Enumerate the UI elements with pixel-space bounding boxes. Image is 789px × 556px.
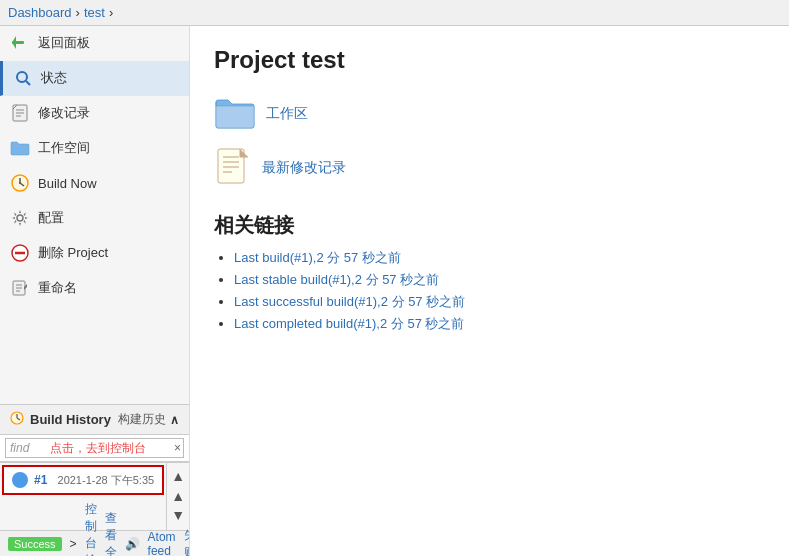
svg-point-2 [17,72,27,82]
content-area: Project test 工作区 [190,26,789,556]
find-clear-button[interactable]: × [174,441,181,455]
related-link-last-build: Last build(#1),2 分 57 秒之前 [234,249,765,267]
related-links-title: 相关链接 [214,212,765,239]
svg-marker-1 [12,36,16,49]
breadcrumb-project[interactable]: test [84,5,105,20]
build-number: #1 [34,473,47,487]
last-completed-link[interactable]: Last completed build(#1),2 分 57 秒之前 [234,316,465,331]
build-time: 2021-1-28 下午5:35 [58,473,155,488]
scroll-up-arrow[interactable]: ▲ [171,467,185,487]
scroll-arrows: ▲ ▲ ▼ [166,463,189,530]
svg-line-3 [26,81,30,85]
svg-point-12 [17,215,23,221]
sidebar-item-back-label: 返回面板 [38,34,90,52]
build-history-collapse-btn[interactable]: ∧ [170,413,179,427]
sidebar-item-rename[interactable]: 重命名 [0,271,189,306]
content-links: 工作区 最新修改记录 [214,94,765,188]
breadcrumb: Dashboard › test › [0,0,789,26]
sidebar-item-changelog-label: 修改记录 [38,104,90,122]
workspace-content-link[interactable]: 工作区 [266,105,308,123]
workspace-folder-icon [214,94,256,133]
breadcrumb-dashboard[interactable]: Dashboard [8,5,72,20]
last-stable-link[interactable]: Last stable build(#1),2 分 57 秒之前 [234,272,439,287]
sidebar-item-status[interactable]: 状态 [0,61,189,96]
sidebar-item-changelog[interactable]: 修改记录 [0,96,189,131]
build-history-title: Build History [30,412,111,427]
scroll-down-arrow[interactable]: ▼ [171,506,185,526]
gear-icon [10,208,30,228]
sidebar-item-workspace[interactable]: 工作空间 [0,131,189,166]
build-history-header: Build History 构建历史 ∧ [0,404,189,435]
build-history-icon [10,411,24,428]
scroll-mid-arrow[interactable]: ▲ [171,487,185,507]
page-title: Project test [214,46,765,74]
build-list-item[interactable]: #1 2021-1-28 下午5:35 [2,465,164,495]
success-badge: Success [8,537,62,551]
related-link-last-successful: Last successful build(#1),2 分 57 秒之前 [234,293,765,311]
changelog-doc-icon [214,147,252,188]
workspace-icon [10,138,30,158]
changelog-link-item: 最新修改记录 [214,147,765,188]
sidebar-item-config-label: 配置 [38,209,64,227]
sidebar-item-config[interactable]: 配置 [0,201,189,236]
find-bar: 点击，去到控制台 × [0,435,189,462]
sidebar-item-back[interactable]: 返回面板 [0,26,189,61]
related-links-list: Last build(#1),2 分 57 秒之前 Last stable bu… [214,249,765,333]
atom-feed-link[interactable]: Atom feed [148,530,176,557]
back-icon [10,33,30,53]
build-history-list: #1 2021-1-28 下午5:35 [0,463,166,530]
console-output-link[interactable]: 控制台输出 [85,501,97,556]
svg-point-11 [19,182,21,184]
find-input[interactable] [5,438,184,458]
changelog-icon [10,103,30,123]
sidebar-item-delete-label: 删除 Project [38,244,108,262]
sidebar-item-status-label: 状态 [41,69,67,87]
sidebar-item-workspace-label: 工作空间 [38,139,90,157]
sidebar-item-rename-label: 重命名 [38,279,77,297]
footer-bar: Success > 控制台输出 查看全部 🔊 Atom feed 失败 [0,530,189,556]
view-all-link[interactable]: 查看全部 [105,510,117,557]
sidebar-item-build-now[interactable]: Build Now [0,166,189,201]
svg-point-23 [13,473,27,487]
sidebar-item-delete[interactable]: 删除 Project [0,236,189,271]
related-link-last-stable: Last stable build(#1),2 分 57 秒之前 [234,271,765,289]
rename-icon [10,278,30,298]
last-successful-link[interactable]: Last successful build(#1),2 分 57 秒之前 [234,294,465,309]
footer-arrow: > [70,537,77,551]
changelog-content-link[interactable]: 最新修改记录 [262,159,346,177]
build-history-subtitle: 构建历史 [118,411,166,428]
status-icon [13,68,33,88]
build-status-icon [12,472,28,488]
delete-icon [10,243,30,263]
build-now-icon [10,173,30,193]
sidebar-item-build-now-label: Build Now [38,176,97,191]
workspace-link-item: 工作区 [214,94,765,133]
related-link-last-completed: Last completed build(#1),2 分 57 秒之前 [234,315,765,333]
last-build-link[interactable]: Last build(#1),2 分 57 秒之前 [234,250,401,265]
sidebar: 返回面板 状态 [0,26,190,556]
breadcrumb-sep1: › [76,5,80,20]
breadcrumb-sep2: › [109,5,113,20]
